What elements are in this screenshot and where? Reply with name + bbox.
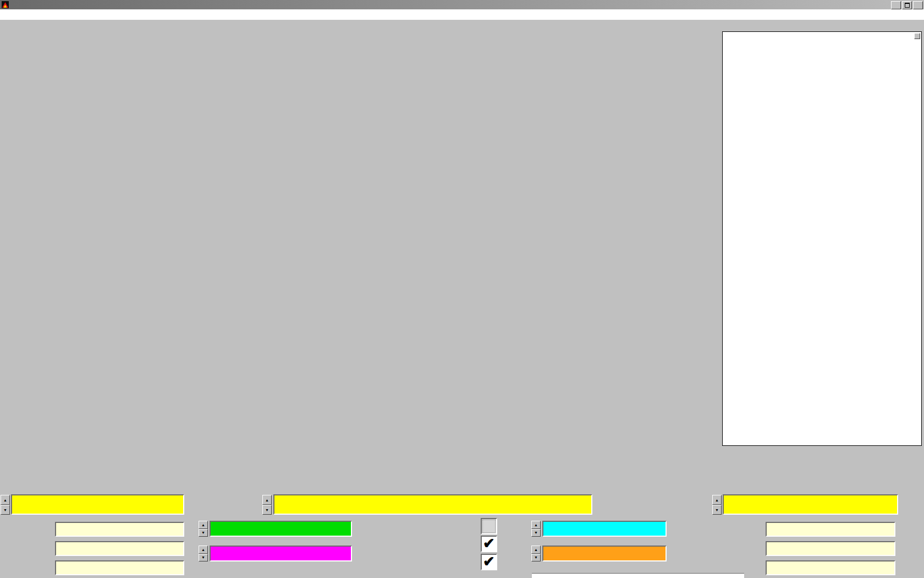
spin-up-icon[interactable]: ▲ — [712, 495, 722, 505]
header-strip — [0, 9, 924, 20]
plot2-y2-selector[interactable] — [542, 546, 667, 561]
spin-down-icon[interactable]: ▼ — [1, 505, 10, 515]
plot1-y2-spinner[interactable]: ▲ ▼ — [199, 546, 208, 561]
plot1-autoplot-spinner[interactable]: ▲ ▼ — [1, 495, 10, 515]
xaxis-field[interactable] — [273, 494, 592, 515]
plot1-folder-field[interactable] — [55, 522, 184, 537]
spin-up-icon[interactable]: ▲ — [1, 495, 10, 505]
plot2-y1-selector[interactable] — [542, 521, 667, 537]
check-icon: ✔ — [483, 535, 495, 552]
minimize-button[interactable] — [891, 1, 901, 9]
spin-down-icon[interactable]: ▼ — [199, 554, 208, 562]
plot1-autoplot-field[interactable] — [11, 494, 184, 515]
plot2-runid-field[interactable] — [766, 541, 895, 556]
resize-grip[interactable] — [914, 33, 920, 39]
spin-up-icon[interactable]: ▲ — [199, 546, 208, 554]
spin-down-icon[interactable]: ▼ — [712, 505, 722, 515]
close-button[interactable] — [913, 1, 923, 9]
plot2-folder-field[interactable] — [766, 522, 895, 537]
check-icon: ✔ — [483, 553, 495, 570]
lap-data-table — [722, 31, 922, 446]
dsp-window: ▲ ▼ ▲ ▼ ▲ ▼ ▲ ▼ ▲ ▼ ✔ ✔ ▲ ▼ ▲ ▼ — [0, 0, 924, 578]
plot2-autoplot-spinner[interactable]: ▲ ▼ — [712, 495, 722, 515]
spin-up-icon[interactable]: ▲ — [262, 495, 272, 505]
plot1-y2-selector[interactable] — [210, 546, 352, 561]
plot2-y2-spinner[interactable]: ▲ ▼ — [531, 546, 541, 561]
plot1-runid-field[interactable] — [55, 541, 184, 556]
restore-button[interactable] — [902, 1, 912, 9]
show-data-checkbox[interactable]: ✔ — [481, 536, 497, 552]
subheader-strip — [0, 20, 924, 30]
show-ave-checkbox[interactable] — [481, 518, 497, 535]
app-icon — [2, 1, 9, 8]
xaxis-spinner[interactable]: ▲ ▼ — [262, 495, 272, 515]
spin-up-icon[interactable]: ▲ — [199, 521, 208, 529]
dyno-chart[interactable] — [0, 30, 722, 477]
plot2-autoplot-field[interactable] — [723, 494, 898, 515]
spin-up-icon[interactable]: ▲ — [531, 521, 541, 529]
plot2-date-field[interactable] — [766, 560, 895, 575]
lock-cursor-checkbox[interactable]: ✔ — [481, 554, 497, 570]
plot1-y1-spinner[interactable]: ▲ ▼ — [199, 521, 208, 537]
plot2-y1-spinner[interactable]: ▲ ▼ — [531, 521, 541, 537]
spin-down-icon[interactable]: ▼ — [262, 505, 272, 515]
plot1-date-field[interactable] — [55, 560, 184, 575]
spin-down-icon[interactable]: ▼ — [531, 529, 541, 537]
title-bar[interactable] — [0, 0, 924, 9]
spin-up-icon[interactable]: ▲ — [531, 546, 541, 554]
bottom-status-strip — [532, 573, 744, 578]
spin-down-icon[interactable]: ▼ — [199, 529, 208, 537]
spin-down-icon[interactable]: ▼ — [531, 554, 541, 562]
plot1-y1-selector[interactable] — [210, 521, 352, 537]
